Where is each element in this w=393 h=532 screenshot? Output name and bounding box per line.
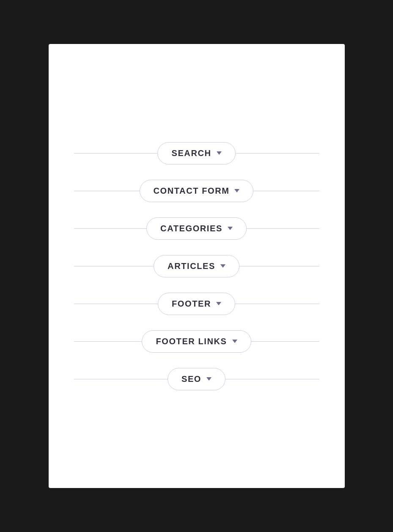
menu-label-footer: FOOTER: [172, 299, 211, 309]
menu-item-wrapper-contact-form: CONTACT FORM: [74, 172, 319, 210]
menu-label-footer-links: FOOTER LINKS: [156, 337, 227, 346]
chevron-down-icon: [232, 340, 237, 343]
menu-button-footer[interactable]: FOOTER: [158, 293, 235, 315]
chevron-down-icon: [220, 264, 225, 268]
chevron-down-icon: [206, 377, 212, 381]
menu-button-contact-form[interactable]: CONTACT FORM: [140, 180, 254, 202]
menu-button-search[interactable]: SEARCH: [157, 142, 235, 165]
chevron-down-icon: [228, 227, 233, 230]
chevron-down-icon: [234, 189, 239, 192]
menu-button-footer-links[interactable]: FOOTER LINKS: [142, 330, 251, 353]
menu-item-wrapper-articles: ARTICLES: [74, 247, 319, 285]
menu-item-wrapper-footer-links: FOOTER LINKS: [74, 323, 319, 360]
menu-label-seo: SEO: [181, 374, 201, 384]
menu-label-search: SEARCH: [171, 148, 211, 158]
menu-item-wrapper-search: SEARCH: [74, 134, 319, 172]
chevron-down-icon: [216, 302, 221, 305]
menu-button-categories[interactable]: CATEGORIES: [146, 217, 247, 240]
menu-item-wrapper-categories: CATEGORIES: [74, 210, 319, 247]
menu-item-wrapper-footer: FOOTER: [74, 285, 319, 323]
chevron-down-icon: [217, 151, 222, 155]
menu-label-articles: ARTICLES: [168, 261, 215, 271]
menu-button-articles[interactable]: ARTICLES: [154, 255, 239, 277]
menu-label-categories: CATEGORIES: [160, 224, 223, 233]
menu-label-contact-form: CONTACT FORM: [154, 186, 230, 196]
main-card: SEARCHCONTACT FORMCATEGORIESARTICLESFOOT…: [49, 44, 345, 488]
menu-item-wrapper-seo: SEO: [74, 360, 319, 398]
menu-button-seo[interactable]: SEO: [168, 368, 225, 390]
